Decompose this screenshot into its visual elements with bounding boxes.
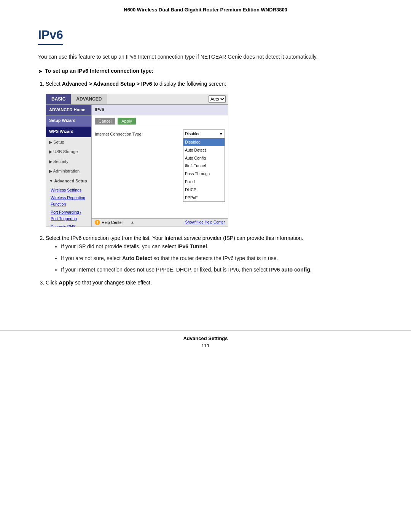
connection-type-row: Internet Connection Type Disabled ▼ Disa… xyxy=(92,127,228,142)
apply-button[interactable]: Apply xyxy=(118,118,136,125)
section-heading: ➤ To set up an IPv6 Internet connection … xyxy=(38,68,373,74)
dropdown-option-fixed[interactable]: Fixed xyxy=(183,178,225,186)
sidebar-setup[interactable]: ▶ Setup xyxy=(46,137,91,147)
help-bar: ? Help Center ▲ Show/Hide Help Center xyxy=(92,218,228,227)
dropdown-option-pass-through[interactable]: Pass Through xyxy=(183,170,225,178)
bullet-list: If your ISP did not provide details, you… xyxy=(61,242,373,274)
show-hide-help-link[interactable]: Show/Hide Help Center xyxy=(185,219,225,225)
bullet-2: If you are not sure, select Auto Detect … xyxy=(61,254,373,262)
step-1: Select Advanced > Advanced Setup > IPv6 … xyxy=(46,80,373,227)
sidebar-advanced-setup[interactable]: ▼ Advanced Setup xyxy=(46,176,91,186)
page-header: N600 Wireless Dual Band Gigabit Router P… xyxy=(0,0,411,16)
step-3: Click Apply so that your changes take ef… xyxy=(46,278,373,287)
dropdown-list: Disabled Auto Detect Auto Config 6to4 Tu… xyxy=(183,138,225,202)
header-title: N600 Wireless Dual Band Gigabit Router P… xyxy=(124,7,287,13)
dropdown-option-auto-detect[interactable]: Auto Detect xyxy=(183,146,225,154)
sidebar-wireless-repeating[interactable]: Wireless Repeating Function xyxy=(46,194,91,208)
router-sidebar: ADVANCED Home Setup Wizard WPS Wizard ▶ … xyxy=(46,105,92,227)
dropdown-display[interactable]: Disabled ▼ xyxy=(183,129,225,138)
connection-type-label: Internet Connection Type xyxy=(95,131,156,138)
sidebar-wireless-settings[interactable]: Wireless Settings xyxy=(46,186,91,194)
footer-page-number: 111 xyxy=(0,343,411,348)
router-screenshot: BASIC ADVANCED Auto ADVANCED Home Setup … xyxy=(46,94,228,227)
dropdown-option-pppoe[interactable]: PPPoE xyxy=(183,194,225,202)
intro-text: You can use this feature to set up an IP… xyxy=(38,53,373,61)
tab-auto-area: Auto xyxy=(209,94,228,104)
router-body: ADVANCED Home Setup Wizard WPS Wizard ▶ … xyxy=(46,105,228,227)
step-2-text: Select the IPv6 connection type from the… xyxy=(46,235,303,241)
help-center-label: Help Center xyxy=(102,219,123,226)
sidebar-usb-storage[interactable]: ▶ USB Storage xyxy=(46,147,91,157)
sidebar-security[interactable]: ▶ Security xyxy=(46,157,91,167)
numbered-list: Select Advanced > Advanced Setup > IPv6 … xyxy=(46,80,373,287)
arrow-icon: ➤ xyxy=(38,68,43,74)
tab-basic[interactable]: BASIC xyxy=(46,94,71,104)
help-question-icon: ? xyxy=(95,220,100,225)
dropdown-option-dhcp[interactable]: DHCP xyxy=(183,186,225,194)
dropdown-option-disabled[interactable]: Disabled xyxy=(183,138,225,146)
antenna-icon: ▲ xyxy=(131,219,134,225)
dropdown-selected-value: Disabled xyxy=(185,131,201,137)
step-1-text: Select Advanced > Advanced Setup > IPv6 … xyxy=(46,81,226,87)
auto-select[interactable]: Auto xyxy=(209,95,226,103)
section-heading-text: To set up an IPv6 Internet connection ty… xyxy=(45,68,153,74)
ipv6-panel-title: IPv6 xyxy=(92,105,228,115)
cancel-button[interactable]: Cancel xyxy=(95,118,115,125)
sidebar-port-forwarding[interactable]: Port Forwarding / Port Triggering xyxy=(46,208,91,223)
sidebar-dynamic-dns[interactable]: Dynamic DNS xyxy=(46,223,91,227)
step-3-text: Click Apply so that your changes take ef… xyxy=(46,280,152,286)
tab-bar: BASIC ADVANCED Auto xyxy=(46,94,228,105)
bullet-1: If your ISP did not provide details, you… xyxy=(61,242,373,251)
connection-type-dropdown[interactable]: Disabled ▼ Disabled Auto Detect Auto Con… xyxy=(183,129,225,138)
dropdown-chevron-icon: ▼ xyxy=(219,131,223,137)
sidebar-administration[interactable]: ▶ Administration xyxy=(46,166,91,176)
action-bar: Cancel Apply xyxy=(92,115,228,127)
content-area: IPv6 You can use this feature to set up … xyxy=(0,16,411,308)
page-footer: Advanced Settings 111 xyxy=(0,331,411,353)
step-2: Select the IPv6 connection type from the… xyxy=(46,234,373,274)
footer-section-title: Advanced Settings xyxy=(0,335,411,341)
sidebar-setup-wizard[interactable]: Setup Wizard xyxy=(46,115,91,126)
dropdown-option-auto-config[interactable]: Auto Config xyxy=(183,154,225,162)
sidebar-wps-wizard[interactable]: WPS Wizard xyxy=(46,126,91,137)
dropdown-option-6to4-tunnel[interactable]: 6to4 Tunnel xyxy=(183,162,225,170)
sidebar-advanced-home[interactable]: ADVANCED Home xyxy=(46,105,91,115)
router-main-panel: IPv6 Cancel Apply Internet Connection Ty… xyxy=(92,105,228,227)
tab-advanced[interactable]: ADVANCED xyxy=(71,94,107,104)
page-title: IPv6 xyxy=(38,28,63,45)
bullet-3: If your Internet connection does not use… xyxy=(61,265,373,274)
